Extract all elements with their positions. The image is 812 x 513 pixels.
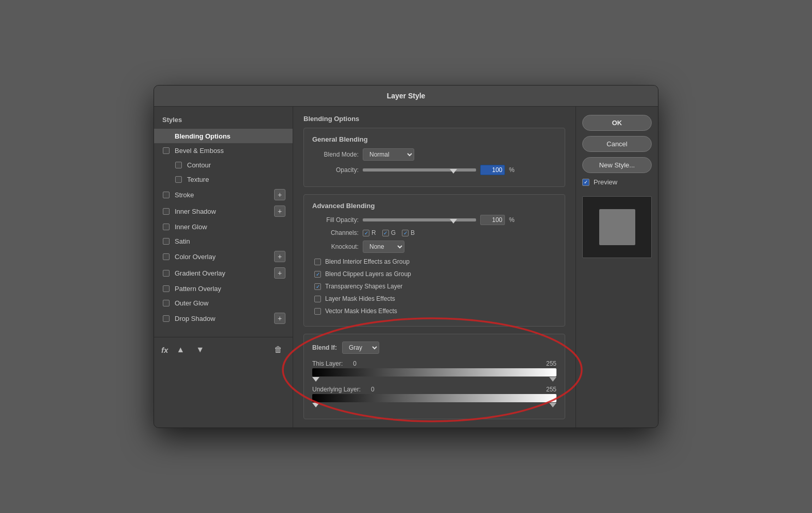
- blend-interior-option[interactable]: Blend Interior Effects as Group: [314, 257, 556, 266]
- underlying-layer-min: 0: [371, 386, 375, 393]
- stroke-checkbox[interactable]: [163, 192, 170, 198]
- knockout-select[interactable]: None Shallow Deep: [363, 241, 404, 253]
- blend-clipped-label: Blend Clipped Layers as Group: [325, 270, 411, 278]
- preview-row: ✓ Preview: [582, 178, 652, 186]
- contour-label: Contour: [187, 161, 285, 169]
- sidebar-item-satin[interactable]: Satin: [154, 234, 293, 248]
- fill-opacity-input[interactable]: [480, 215, 505, 225]
- vector-mask-option[interactable]: Vector Mask Hides Effects: [314, 306, 556, 316]
- dialog-title: Layer Style: [154, 86, 658, 107]
- underlying-layer-slider-wrap[interactable]: [312, 394, 556, 404]
- pattern-overlay-label: Pattern Overlay: [175, 285, 285, 293]
- underlying-layer-right-thumb[interactable]: [549, 403, 556, 407]
- channel-g[interactable]: ✓ G: [382, 229, 396, 236]
- sidebar-item-contour[interactable]: Contour: [154, 158, 293, 172]
- sidebar-item-color-overlay[interactable]: Color Overlay +: [154, 248, 293, 265]
- styles-header: Styles: [154, 113, 293, 129]
- color-overlay-checkbox[interactable]: [163, 253, 170, 260]
- vector-mask-checkbox[interactable]: [314, 308, 321, 315]
- fill-opacity-label: Fill Opacity:: [312, 216, 359, 224]
- channel-g-label: G: [391, 229, 396, 236]
- sidebar-item-bevel-emboss[interactable]: Bevel & Emboss: [154, 143, 293, 158]
- channel-r[interactable]: ✓ R: [363, 229, 376, 236]
- sidebar-item-stroke[interactable]: Stroke +: [154, 186, 293, 203]
- layer-mask-option[interactable]: Layer Mask Hides Effects: [314, 294, 556, 303]
- sidebar-item-pattern-overlay[interactable]: Pattern Overlay: [154, 281, 293, 296]
- channel-r-checkbox[interactable]: ✓: [363, 230, 369, 236]
- ok-button[interactable]: OK: [582, 115, 652, 131]
- channel-b-checkbox[interactable]: ✓: [402, 230, 409, 236]
- left-panel-footer: fx ▲ ▼ 🗑: [154, 337, 293, 362]
- this-layer-left-thumb[interactable]: [312, 377, 319, 382]
- gradient-overlay-checkbox[interactable]: [163, 270, 170, 277]
- opacity-row: Opacity: %: [312, 165, 556, 175]
- blend-if-select[interactable]: Gray Red Green Blue: [342, 341, 379, 354]
- right-panel: OK Cancel New Style... ✓ Preview: [576, 107, 658, 427]
- underlying-layer-left-thumb[interactable]: [312, 403, 319, 407]
- transparency-shapes-option[interactable]: ✓ Transparency Shapes Layer: [314, 282, 556, 291]
- preview-area: [582, 196, 652, 258]
- this-layer-slider-wrap[interactable]: [312, 368, 556, 379]
- sidebar-item-texture[interactable]: Texture: [154, 172, 293, 186]
- this-layer-gradient-track: [312, 368, 556, 377]
- opacity-input[interactable]: [480, 165, 505, 175]
- channel-g-checkbox[interactable]: ✓: [382, 230, 389, 236]
- stroke-plus-button[interactable]: +: [274, 189, 285, 200]
- center-panel: Blending Options General Blending Blend …: [293, 107, 576, 427]
- bevel-emboss-checkbox[interactable]: [163, 147, 170, 154]
- preview-label: Preview: [594, 178, 617, 186]
- sidebar-item-drop-shadow[interactable]: Drop Shadow +: [154, 310, 293, 327]
- inner-glow-checkbox[interactable]: [163, 224, 170, 230]
- new-style-button[interactable]: New Style...: [582, 157, 652, 173]
- outer-glow-label: Outer Glow: [175, 299, 285, 307]
- drop-shadow-checkbox[interactable]: [163, 315, 170, 322]
- this-layer-max: 255: [546, 360, 556, 367]
- blend-mode-select[interactable]: Normal Dissolve Multiply Screen Overlay: [363, 148, 414, 161]
- texture-checkbox[interactable]: [175, 176, 182, 183]
- layer-mask-checkbox[interactable]: [314, 296, 321, 302]
- move-down-button[interactable]: ▼: [193, 343, 207, 357]
- opacity-slider-wrap[interactable]: [363, 168, 476, 172]
- sidebar-item-blending-options[interactable]: Blending Options: [154, 129, 293, 143]
- channel-b[interactable]: ✓ B: [402, 229, 415, 236]
- channel-r-label: R: [371, 229, 376, 236]
- blend-interior-label: Blend Interior Effects as Group: [325, 258, 410, 265]
- outer-glow-checkbox[interactable]: [163, 300, 170, 306]
- fill-opacity-slider-wrap[interactable]: [363, 218, 476, 221]
- satin-label: Satin: [175, 237, 285, 245]
- pattern-overlay-checkbox[interactable]: [163, 285, 170, 292]
- blend-interior-checkbox[interactable]: [314, 259, 321, 265]
- satin-checkbox[interactable]: [163, 238, 170, 245]
- layer-style-dialog: Layer Style Styles Blending Options Beve…: [154, 85, 658, 428]
- gradient-overlay-plus-button[interactable]: +: [274, 267, 285, 279]
- inner-shadow-checkbox[interactable]: [163, 208, 170, 215]
- stroke-label: Stroke: [175, 191, 272, 199]
- drop-shadow-plus-button[interactable]: +: [274, 313, 285, 324]
- sidebar-item-inner-glow[interactable]: Inner Glow: [154, 219, 293, 234]
- blend-if-label: Blend If:: [312, 344, 337, 351]
- sidebar-item-gradient-overlay[interactable]: Gradient Overlay +: [154, 265, 293, 281]
- transparency-shapes-checkbox[interactable]: ✓: [314, 283, 321, 290]
- blend-clipped-checkbox[interactable]: ✓: [314, 271, 321, 278]
- underlying-layer-section: Underlying Layer: 0 255: [312, 386, 556, 404]
- sidebar-item-outer-glow[interactable]: Outer Glow: [154, 296, 293, 310]
- inner-shadow-plus-button[interactable]: +: [274, 206, 285, 217]
- contour-checkbox[interactable]: [175, 162, 182, 168]
- gradient-overlay-label: Gradient Overlay: [175, 269, 272, 277]
- move-up-button[interactable]: ▲: [173, 343, 188, 357]
- delete-button[interactable]: 🗑: [271, 343, 285, 357]
- texture-label: Texture: [187, 176, 285, 183]
- color-overlay-plus-button[interactable]: +: [274, 251, 285, 262]
- blending-options-section-title: Blending Options: [303, 115, 565, 123]
- drop-shadow-label: Drop Shadow: [175, 315, 272, 322]
- cancel-button[interactable]: Cancel: [582, 136, 652, 152]
- channel-b-label: B: [411, 229, 415, 236]
- sidebar-item-inner-shadow[interactable]: Inner Shadow +: [154, 203, 293, 219]
- blend-clipped-option[interactable]: ✓ Blend Clipped Layers as Group: [314, 269, 556, 279]
- knockout-row: Knockout: None Shallow Deep: [312, 241, 556, 253]
- opacity-slider-track: [363, 168, 476, 172]
- preview-checkbox[interactable]: ✓: [582, 179, 589, 186]
- inner-shadow-label: Inner Shadow: [175, 208, 272, 215]
- this-layer-right-thumb[interactable]: [549, 377, 556, 382]
- this-layer-min: 0: [353, 360, 357, 367]
